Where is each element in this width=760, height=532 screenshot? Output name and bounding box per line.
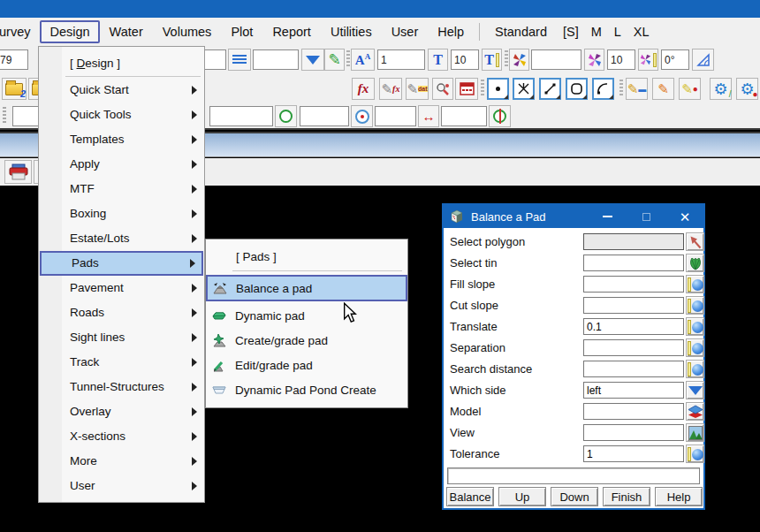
down-button[interactable]: Down	[551, 487, 598, 506]
text-AA-icon[interactable]: AA	[351, 49, 375, 71]
menu-item-quick-start[interactable]: Quick Start	[40, 78, 203, 103]
submenu-item-balance-a-pad[interactable]: Balance a pad	[206, 275, 407, 301]
angle-field[interactable]	[661, 49, 689, 70]
measure-icon[interactable]	[686, 317, 704, 336]
gear-green-icon[interactable]: ⚙/	[710, 78, 732, 100]
menubar-item-water[interactable]: Water	[100, 21, 153, 42]
text-scale-field[interactable]	[377, 49, 425, 70]
view-input[interactable]	[583, 424, 684, 441]
snap-line-icon[interactable]	[539, 78, 561, 100]
green-pen-icon[interactable]: ✎	[324, 49, 345, 71]
cut-slope-input[interactable]	[583, 297, 684, 314]
menu-item-tunnel-structures[interactable]: Tunnel-Structures	[40, 375, 203, 399]
menubar-item-s[interactable]: [S]	[557, 21, 585, 42]
menu-item-quick-tools[interactable]: Quick Tools	[40, 103, 203, 127]
fx-red-icon[interactable]: fx	[352, 78, 375, 100]
tolerance-input[interactable]	[583, 445, 684, 462]
toolbar3-field-4[interactable]	[375, 106, 416, 126]
menubar-item-report[interactable]: Report	[262, 21, 321, 42]
dropdown-arrow-icon[interactable]	[301, 49, 324, 71]
measure-icon[interactable]	[686, 338, 704, 357]
snap-intersection-icon[interactable]	[513, 78, 535, 100]
balance-button[interactable]: Balance	[446, 487, 494, 506]
menu-item-mtf[interactable]: MTF	[40, 177, 203, 201]
menu-item-apply[interactable]: Apply	[40, 152, 203, 177]
search-distance-input[interactable]	[583, 361, 684, 377]
measure-icon[interactable]	[686, 275, 704, 293]
angle-icon[interactable]	[692, 49, 714, 71]
menubar-item-design[interactable]: Design	[40, 20, 99, 43]
snap-arc-icon[interactable]	[592, 78, 614, 100]
maximize-icon[interactable]	[631, 205, 661, 228]
measure-icon[interactable]	[686, 445, 704, 463]
menubar-item-survey[interactable]: urvey	[0, 21, 40, 42]
toolbar3-field-3[interactable]	[300, 106, 349, 126]
menu-item-pavement[interactable]: Pavement	[40, 276, 203, 300]
fill-slope-input[interactable]	[583, 276, 684, 293]
pencil-fx-icon[interactable]: ✎fx	[379, 78, 402, 100]
select-tin-input[interactable]	[583, 255, 684, 271]
minimize-icon[interactable]	[592, 205, 622, 228]
menu-item-track[interactable]: Track	[40, 350, 203, 375]
measure-icon[interactable]	[686, 360, 704, 378]
gear-red-icon[interactable]: ⚙●	[736, 78, 758, 100]
close-icon[interactable]: ✕	[670, 205, 700, 228]
pinwheel-magenta-icon[interactable]	[584, 49, 604, 71]
circle-dot-icon[interactable]	[351, 105, 373, 127]
menu-item-overlay[interactable]: Overlay	[40, 399, 203, 424]
menu-item-estate-lots[interactable]: Estate/Lots	[40, 226, 203, 251]
model-input[interactable]	[583, 403, 684, 420]
dialog-titlebar[interactable]: Balance a Pad ✕	[444, 205, 703, 228]
tin-icon[interactable]	[686, 254, 704, 272]
text-T-icon[interactable]: T	[428, 49, 448, 71]
menubar-item-utilities[interactable]: Utilities	[321, 21, 382, 42]
separation-input[interactable]	[583, 339, 684, 356]
printer-icon[interactable]	[4, 160, 32, 184]
text-height-field[interactable]	[451, 49, 479, 70]
magnifier-icon[interactable]	[432, 78, 453, 100]
pick-arrow-icon[interactable]	[686, 232, 704, 251]
menu-item-user[interactable]: User	[40, 474, 203, 498]
pads-submenu-header[interactable]: [ Pads ]	[236, 247, 277, 267]
view-icon[interactable]	[686, 423, 704, 442]
submenu-item-dynamic-pad[interactable]: Dynamic pad	[207, 303, 407, 328]
blue-lines-icon[interactable]	[228, 49, 251, 71]
pencil-red-dot-icon[interactable]: ✎●	[679, 78, 701, 100]
menu-item-templates[interactable]: Templates	[40, 127, 203, 152]
pinwheel-yellow-icon[interactable]	[638, 49, 658, 71]
finish-button[interactable]: Finish	[603, 487, 650, 506]
circle-diameter-icon[interactable]	[489, 105, 511, 127]
pencil-orange-icon[interactable]: ✎	[652, 78, 674, 100]
pencil-blue-icon[interactable]: ✎▬	[626, 78, 648, 100]
menubar-item-xl[interactable]: XL	[627, 21, 656, 42]
menu-item-sight-lines[interactable]: Sight lines	[40, 325, 203, 350]
green-circle-icon[interactable]	[275, 105, 297, 127]
submenu-item-create-grade-pad[interactable]: Create/grade pad	[207, 328, 407, 353]
text-T-favourite-icon[interactable]: T	[482, 49, 502, 71]
pencil-dat-icon[interactable]: ✎dat	[406, 78, 429, 100]
submenu-item-dynamic-pad-pond-create[interactable]: Dynamic Pad Pond Create	[207, 377, 407, 402]
red-width-arrows-icon[interactable]: ↔	[418, 105, 439, 127]
menu-item-roads[interactable]: Roads	[40, 300, 203, 325]
model-icon[interactable]	[686, 402, 704, 421]
menubar-item-help[interactable]: Help	[428, 21, 474, 42]
symbol-style-field[interactable]	[531, 49, 581, 70]
translate-input[interactable]	[583, 318, 684, 335]
snap-point-icon[interactable]	[487, 78, 509, 100]
select-polygon-input[interactable]	[583, 233, 684, 250]
menubar-item-m[interactable]: M	[585, 21, 608, 42]
menubar-item-l[interactable]: L	[608, 21, 627, 42]
menubar-item-user[interactable]: User	[382, 21, 429, 42]
help-button[interactable]: Help	[655, 487, 703, 506]
folder-2-icon[interactable]: 2	[2, 78, 27, 100]
toolbar-field-79[interactable]	[0, 49, 28, 70]
menu-item-x-sections[interactable]: X-sections	[40, 424, 203, 449]
toolbar-grip[interactable]	[3, 107, 6, 125]
snap-polygon-icon[interactable]	[566, 78, 588, 100]
toolbar3-field-2[interactable]	[209, 106, 273, 126]
measure-icon[interactable]	[686, 296, 704, 315]
dropdown-icon[interactable]	[686, 381, 704, 399]
menu-item-more[interactable]: More	[40, 449, 203, 474]
which-side-input[interactable]	[583, 382, 684, 399]
menubar-item-standard[interactable]: Standard	[485, 21, 557, 42]
